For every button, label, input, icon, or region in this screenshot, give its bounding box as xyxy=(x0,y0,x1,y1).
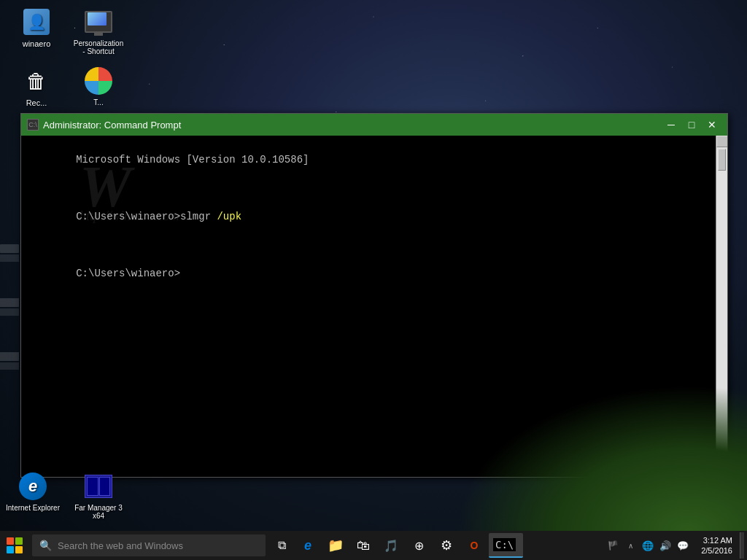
taskbar-store-button[interactable]: 🛍 xyxy=(350,532,376,559)
cmd-titlebar[interactable]: C:\ Administrator: Command Prompt ─ □ ✕ xyxy=(21,114,727,136)
windows-logo xyxy=(7,537,23,553)
cmd-scrollbar[interactable]: ▲ ▼ xyxy=(716,136,727,477)
left-icon-d xyxy=(0,298,19,307)
systray-volume-button[interactable]: 🔊 xyxy=(658,532,673,559)
systray-expand-button[interactable]: ∧ xyxy=(623,532,638,559)
cmd-controls: ─ □ ✕ xyxy=(662,117,721,132)
scrollbar-track[interactable] xyxy=(716,147,727,465)
desktop-icons-row-2: 🗑 Rec... T... xyxy=(7,66,128,114)
desktop-icons-row-1: 👤 winaero Personalization - Shortcut xyxy=(7,7,128,63)
cmd-command-text: slmgr xyxy=(180,211,211,222)
cmd-close-button[interactable]: ✕ xyxy=(703,117,721,132)
ie-letter: e xyxy=(28,477,37,496)
personalization-icon-image xyxy=(84,7,113,36)
taskbar-search-bar[interactable]: 🔍 Search the web and Windows xyxy=(32,534,266,556)
scrollbar-thumb[interactable] xyxy=(718,149,726,171)
personalization-label: Personalization - Shortcut xyxy=(74,39,123,55)
winaero-icon-label: winaero xyxy=(23,39,51,48)
cmd-version-text: Microsoft Windows [Version 10.0.10586] xyxy=(76,154,309,166)
store-icon: 🛍 xyxy=(357,538,370,553)
chevron-up-icon: ∧ xyxy=(628,542,633,550)
left-partial-icons xyxy=(0,244,20,370)
taskbar-systray: 🏴 ∧ 🌐 🔊 💬 3:12 AM 2/5/2016 xyxy=(605,532,747,559)
desktop-icon-ie[interactable]: e Internet Explorer xyxy=(4,472,62,520)
taskbar-clock[interactable]: 3:12 AM 2/5/2016 xyxy=(693,535,737,556)
desktop-icon-winxp[interactable]: T... xyxy=(69,66,128,107)
far-manager-icon xyxy=(85,475,112,498)
taskbar-pinned-apps: e 📁 🛍 🎵 ⊕ ⚙ O xyxy=(295,532,523,559)
far-panel-left xyxy=(87,477,98,496)
left-icon-de xyxy=(0,352,19,361)
desktop-icon-far-manager[interactable]: Far Manager 3 x64 xyxy=(69,472,128,520)
cmd-line-blank2 xyxy=(27,238,721,253)
cmd-body[interactable]: Microsoft Windows [Version 10.0.10586] C… xyxy=(21,136,727,477)
cmd-line-command: C:\Users\winaero>slmgr /upk xyxy=(27,195,721,238)
cmd-minimize-button[interactable]: ─ xyxy=(662,117,681,132)
desktop: 👤 winaero Personalization - Shortcut xyxy=(0,0,747,560)
win-logo-red xyxy=(7,537,14,545)
recycle-bin-image: 🗑 xyxy=(22,66,51,96)
taskbar-task-view-button[interactable]: ⧉ xyxy=(268,532,295,559)
media-icon: 🎵 xyxy=(384,539,398,553)
taskbar-cmd-window-button[interactable]: C:\ xyxy=(489,533,523,558)
search-icon: 🔍 xyxy=(39,540,52,551)
winaero-icon-image: 👤 xyxy=(22,7,51,36)
settings-icon: ⚙ xyxy=(441,537,452,553)
systray-network-button[interactable]: 🌐 xyxy=(640,532,655,559)
scrollbar-down-arrow[interactable]: ▼ xyxy=(716,465,727,477)
ie-icon-image: e xyxy=(18,472,47,501)
taskbar-settings-button[interactable]: ⚙ xyxy=(433,532,460,559)
ie-icon: e xyxy=(19,472,47,500)
file-explorer-icon: 📁 xyxy=(328,537,344,553)
cmd-taskbar-icon: C:\ xyxy=(493,538,516,551)
cmd-title-icon: C:\ xyxy=(27,119,39,131)
clock-date: 2/5/2016 xyxy=(701,545,732,556)
win-logo-green xyxy=(15,537,23,545)
bottom-desktop-icons: e Internet Explorer Far Manager 3 x64 xyxy=(4,472,128,527)
cmd-icon-text: C:\ xyxy=(28,121,37,128)
taskbar-show-desktop-button[interactable] xyxy=(740,532,744,559)
connect-icon: ⊕ xyxy=(414,539,424,553)
winxp-label: T... xyxy=(93,98,103,106)
person-icon: 👤 xyxy=(23,9,50,35)
winxp-icon-image xyxy=(84,66,113,96)
far-manager-label: Far Manager 3 x64 xyxy=(69,504,128,520)
office-icon: O xyxy=(471,540,479,551)
cmd-maximize-button[interactable]: □ xyxy=(682,117,701,132)
taskbar-search-placeholder: Search the web and Windows xyxy=(58,540,183,551)
cmd-window: C:\ Administrator: Command Prompt ─ □ ✕ … xyxy=(20,113,728,478)
task-view-icon: ⧉ xyxy=(278,539,286,552)
taskbar-office-button[interactable]: O xyxy=(461,532,487,559)
volume-icon: 🔊 xyxy=(659,540,671,551)
desktop-icon-personalization[interactable]: Personalization - Shortcut xyxy=(69,7,128,55)
clock-time: 3:12 AM xyxy=(703,535,732,545)
left-icon-label-d xyxy=(0,308,19,316)
far-manager-icon-image xyxy=(84,472,113,501)
desktop-icon-recycle-bin[interactable]: 🗑 Rec... xyxy=(7,66,66,107)
desktop-icon-winaero[interactable]: 👤 winaero xyxy=(7,7,66,55)
network-icon: 🌐 xyxy=(642,540,654,551)
left-icon-label-de xyxy=(0,362,19,370)
cmd-prompt-2: C:\Users\winaero> xyxy=(76,268,180,279)
taskbar-connect-button[interactable]: ⊕ xyxy=(406,532,432,559)
start-button-inner xyxy=(4,534,26,556)
win-logo-blue xyxy=(7,546,14,553)
systray-language-button[interactable]: 🏴 xyxy=(605,532,620,559)
left-icon-n xyxy=(0,244,19,253)
edge-icon: e xyxy=(304,538,311,553)
taskbar-file-explorer-button[interactable]: 📁 xyxy=(322,532,349,559)
systray-action-center-button[interactable]: 💬 xyxy=(676,532,690,559)
taskbar: 🔍 Search the web and Windows ⧉ e 📁 🛍 🎵 xyxy=(0,531,747,560)
taskbar-media-button[interactable]: 🎵 xyxy=(378,532,404,559)
cmd-title-text: Administrator: Command Prompt xyxy=(43,120,662,131)
cmd-line-version: Microsoft Windows [Version 10.0.10586] xyxy=(27,139,721,182)
recycle-bin-icon: 🗑 xyxy=(23,67,50,95)
win-logo-yellow xyxy=(15,546,23,553)
taskbar-start-button[interactable] xyxy=(0,531,29,560)
action-center-icon: 💬 xyxy=(677,540,689,551)
desktop-icons-area: 👤 winaero Personalization - Shortcut xyxy=(0,0,135,125)
recycle-bin-label: Rec... xyxy=(26,98,47,107)
taskbar-edge-button[interactable]: e xyxy=(295,532,321,559)
far-panel-right xyxy=(99,477,111,496)
scrollbar-up-arrow[interactable]: ▲ xyxy=(716,136,727,147)
